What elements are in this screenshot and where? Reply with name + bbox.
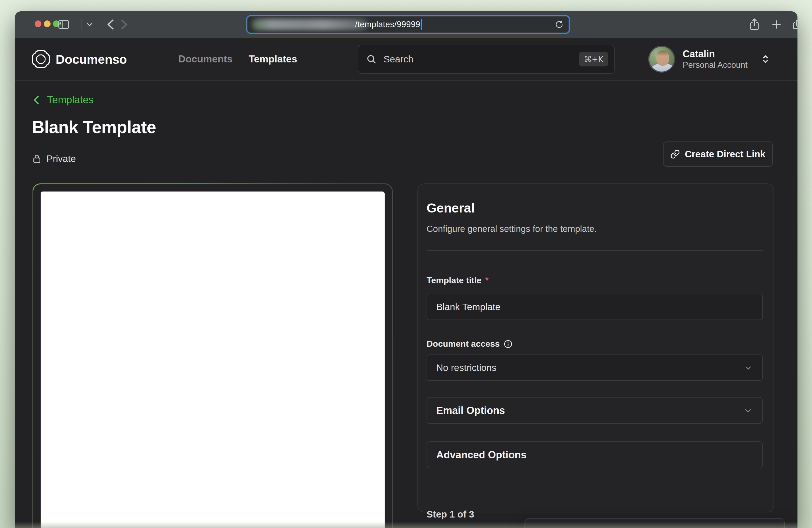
email-options-label: Email Options: [436, 405, 505, 416]
template-title-input[interactable]: [426, 294, 763, 320]
template-title-label-text: Template title: [426, 276, 481, 285]
search-shortcut-badge: ⌘+K: [579, 52, 608, 67]
sidebar-toggle-button[interactable]: [55, 11, 72, 38]
settings-panel-inner: General Configure general settings for t…: [426, 184, 763, 512]
forward-button[interactable]: [119, 11, 129, 38]
document-access-value: No restrictions: [436, 362, 496, 373]
sidebar-icon: [58, 20, 69, 29]
visibility-badge: Private: [32, 153, 76, 164]
breadcrumb-label: Templates: [47, 94, 93, 106]
brand-name: Documenso: [56, 52, 127, 67]
plus-icon: [771, 19, 782, 30]
app-header: Documenso Documents Templates Search ⌘+K…: [15, 38, 797, 81]
link-icon: [670, 149, 680, 159]
document-preview-card: [32, 184, 393, 528]
visibility-label: Private: [46, 153, 76, 164]
panel-divider: [426, 250, 763, 251]
document-access-label: Document access: [426, 339, 513, 349]
info-icon[interactable]: [504, 339, 513, 349]
breadcrumb-templates-link[interactable]: Templates: [32, 94, 93, 106]
chevron-down-icon: [87, 23, 92, 26]
page-title: Blank Template: [32, 117, 156, 137]
browser-toolbar: /templates/99999: [15, 11, 797, 38]
create-direct-link-label: Create Direct Link: [685, 149, 766, 160]
url-domain-redaction: [252, 19, 368, 30]
back-icon: [107, 19, 114, 30]
documenso-logo-icon: [32, 50, 50, 68]
email-options-toggle[interactable]: Email Options: [426, 397, 763, 424]
text-caret: [421, 19, 422, 30]
url-path: /templates/99999: [355, 20, 420, 29]
reload-icon: [554, 20, 564, 29]
panel-subtitle: Configure general settings for the templ…: [426, 224, 597, 234]
step-indicator: Step 1 of 3: [426, 509, 474, 520]
chevrons-up-down-icon: [760, 53, 771, 65]
document-access-select[interactable]: No restrictions: [426, 354, 763, 381]
search-input[interactable]: Search ⌘+K: [358, 45, 614, 74]
traffic-light-minimize[interactable]: [44, 20, 50, 27]
advanced-options-label: Advanced Options: [436, 449, 527, 461]
chevron-down-icon: [743, 363, 753, 372]
page-content: Templates Blank Template Private Create …: [15, 81, 797, 528]
new-tab-button[interactable]: [767, 11, 786, 38]
avatar-face: [656, 50, 669, 65]
account-type: Personal Account: [683, 60, 748, 71]
documenso-logo[interactable]: Documenso: [32, 38, 127, 81]
account-name: Catalin: [683, 48, 748, 60]
traffic-light-close[interactable]: [35, 20, 41, 27]
address-field: /templates/99999: [248, 17, 568, 32]
create-direct-link-button[interactable]: Create Direct Link: [663, 142, 773, 167]
panel-title: General: [426, 201, 475, 216]
tabs-icon: [792, 18, 797, 30]
required-asterisk: *: [485, 276, 489, 285]
search-icon: [366, 54, 377, 64]
reload-button[interactable]: [554, 17, 564, 32]
forward-icon: [120, 19, 128, 30]
lock-icon: [32, 154, 41, 163]
toolbar-divider: [82, 19, 82, 30]
main-nav: Documents Templates: [178, 38, 297, 81]
chevron-down-icon: [743, 405, 753, 415]
document-preview-inner: [33, 184, 392, 528]
url-text: /templates/99999: [355, 17, 422, 32]
tab-overview-button[interactable]: [788, 11, 797, 38]
document-access-label-text: Document access: [426, 339, 500, 349]
template-title-label: Template title *: [426, 276, 489, 285]
settings-panel: General Configure general settings for t…: [418, 184, 774, 512]
address-bar[interactable]: /templates/99999: [246, 15, 570, 34]
nav-item-templates[interactable]: Templates: [248, 54, 297, 65]
search-placeholder: Search: [383, 54, 579, 64]
account-text: Catalin Personal Account: [683, 48, 748, 71]
document-page: [41, 191, 385, 528]
avatar: [648, 46, 675, 73]
share-icon: [749, 18, 760, 31]
chevron-left-icon: [32, 96, 40, 105]
nav-item-documents[interactable]: Documents: [178, 54, 232, 65]
browser-window: /templates/99999: [15, 11, 797, 528]
account-menu[interactable]: Catalin Personal Account: [648, 38, 771, 81]
share-button[interactable]: [745, 11, 764, 38]
advanced-options-toggle[interactable]: Advanced Options: [426, 441, 763, 468]
toast-notification: Template saved Your templates has been s…: [524, 518, 785, 528]
